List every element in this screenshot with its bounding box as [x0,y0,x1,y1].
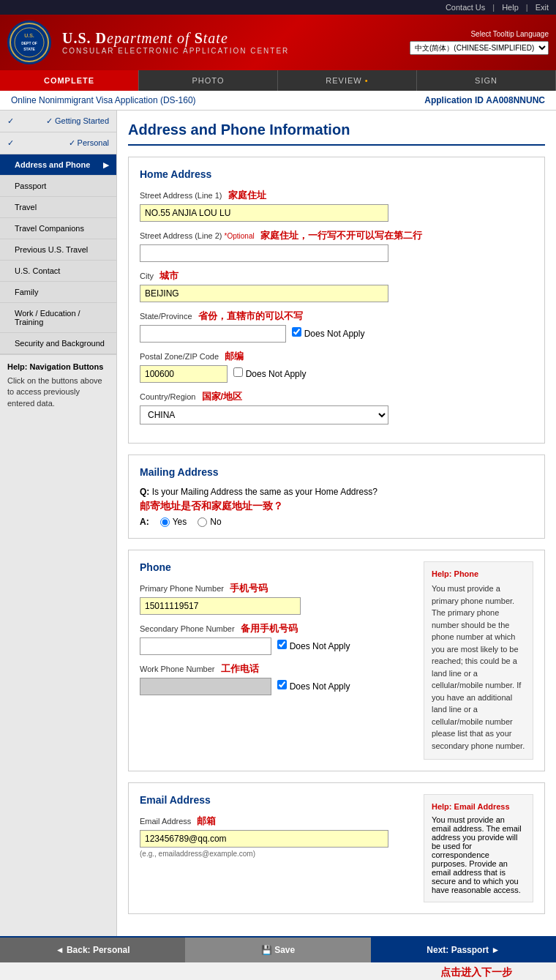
secondary-phone-label: Secondary Phone Number 备用手机号码 [140,622,413,635]
zip-label: Postal Zone/ZIP Code 邮编 [140,350,533,363]
sidebar-item-passport[interactable]: Passport [0,176,116,197]
primary-phone-label: Primary Phone Number 手机号码 [140,582,413,595]
tab-sign[interactable]: SIGN [417,70,556,91]
language-dropdown[interactable]: 中文(简体）(CHINESE-SIMPLIFIED) [410,41,549,55]
primary-phone-annotation: 手机号码 [230,583,268,594]
state-dna-checkbox[interactable] [292,327,301,337]
language-selector[interactable]: Select Tooltip Language 中文(简体）(CHINESE-S… [410,30,549,55]
secondary-phone-row: Secondary Phone Number 备用手机号码 Does Not A… [140,622,413,655]
zip-dna-checkbox[interactable] [233,367,243,377]
tab-review[interactable]: REVIEW [278,70,417,91]
country-label: Country/Region 国家/地区 [140,390,533,403]
zip-annotation: 邮编 [225,351,244,362]
email-help-text: You must provide an email address. The e… [432,815,525,894]
sidebar-item-family[interactable]: Family [0,282,116,303]
agency-logo: U.S. DEPT OF STATE [7,20,51,64]
email-main: Email Address Email Address 邮箱 (e.g., em… [140,794,413,902]
sidebar-item-getting-started[interactable]: ✓ Getting Started [0,111,116,132]
secondary-phone-input[interactable] [140,637,271,655]
agency-title: U.S. Department of State [62,30,289,47]
main-layout: ✓ Getting Started ✓ Personal Address and… [0,111,556,936]
work-phone-input[interactable] [140,678,271,695]
svg-text:STATE: STATE [23,47,35,51]
bottom-nav: ◄ Back: Personal 💾 Save Next: Passport ► [0,936,556,962]
app-id-bar: Online Nonimmigrant Visa Application (DS… [0,91,556,111]
work-phone-dna-label: Does Not Apply [290,681,350,692]
mailing-yes-radio[interactable] [160,517,170,527]
help-navigation: Help: Navigation Buttons Click on the bu… [0,354,116,416]
sidebar-item-travel[interactable]: Travel [0,197,116,218]
secondary-phone-annotation: 备用手机号码 [241,623,298,634]
state-dna-label: Does Not Apply [304,329,365,339]
phone-layout: Phone Primary Phone Number 手机号码 Secondar… [140,561,533,760]
street1-input[interactable] [140,204,388,222]
secondary-phone-dna-checkbox[interactable] [277,640,287,649]
sidebar-item-address-phone[interactable]: Address and Phone ▶ [0,154,116,176]
mailing-yes-label[interactable]: Yes [160,517,187,527]
next-annotation: 点击进入下一步 [0,962,556,980]
email-row: Email Address 邮箱 (e.g., emailaddress@exa… [140,815,413,858]
header: U.S. DEPT OF STATE U.S. Department of St… [0,15,556,70]
street2-annotation: 家庭住址，一行写不开可以写在第二行 [260,230,422,241]
mailing-question-text: Is your Mailing Address the same as your… [152,487,377,497]
email-hint: (e.g., emailaddress@example.com) [140,850,413,858]
street2-input[interactable] [140,244,388,262]
work-phone-row: Work Phone Number 工作电话 Does Not Apply [140,662,413,695]
sidebar-item-personal[interactable]: ✓ Personal [0,132,116,154]
next-button[interactable]: Next: Passport ► [371,938,556,962]
mailing-address-title: Mailing Address [140,466,533,478]
back-button[interactable]: ◄ Back: Personal [0,938,185,962]
sidebar-item-previous-us-travel[interactable]: Previous U.S. Travel [0,239,116,261]
mailing-question-row: Q: Is your Mailing Address the same as y… [140,487,533,513]
mailing-no-label[interactable]: No [198,517,221,527]
phone-help-title: Help: Phone [432,569,525,578]
country-annotation: 国家/地区 [202,391,243,402]
help-link[interactable]: Help [502,3,519,12]
phone-help-box: Help: Phone You must provide a primary p… [424,561,533,760]
email-help-box: Help: Email Address You must provide an … [424,794,533,902]
email-label: Email Address 邮箱 [140,815,413,828]
help-nav-text: Click on the buttons above to access pre… [7,375,109,409]
sidebar-item-travel-companions[interactable]: Travel Companions [0,218,116,239]
zip-dna-label: Does Not Apply [246,369,307,379]
tab-photo[interactable]: PHOTO [139,70,278,91]
header-text: U.S. Department of State CONSULAR ELECTR… [62,30,289,55]
sidebar-item-us-contact[interactable]: U.S. Contact [0,261,116,282]
email-input[interactable] [140,830,388,848]
home-address-section: Home Address Street Address (Line 1) 家庭住… [128,157,545,444]
zip-input[interactable] [140,365,228,383]
city-row: City 城市 [140,269,533,302]
state-input[interactable] [140,325,286,343]
country-select[interactable]: CHINA [140,405,388,424]
svg-text:U.S.: U.S. [24,33,34,38]
city-input[interactable] [140,285,388,302]
street1-label: Street Address (Line 1) 家庭住址 [140,189,533,202]
state-label: State/Province 省份，直辖市的可以不写 [140,310,533,323]
mailing-no-radio[interactable] [198,517,207,527]
primary-phone-input[interactable] [140,597,301,615]
street2-row: Street Address (Line 2) *Optional 家庭住址，一… [140,229,533,262]
street2-label: Street Address (Line 2) *Optional 家庭住址，一… [140,229,533,242]
state-row: State/Province 省份，直辖市的可以不写 Does Not Appl… [140,310,533,343]
help-nav-title: Help: Navigation Buttons [7,362,109,371]
country-row: Country/Region 国家/地区 CHINA [140,390,533,424]
sidebar: ✓ Getting Started ✓ Personal Address and… [0,111,117,936]
phone-title: Phone [140,561,413,573]
work-phone-dna-checkbox[interactable] [277,680,287,689]
mailing-address-section: Mailing Address Q: Is your Mailing Addre… [128,455,545,539]
zip-row: Postal Zone/ZIP Code 邮编 Does Not Apply [140,350,533,383]
street1-row: Street Address (Line 1) 家庭住址 [140,189,533,222]
mailing-question-cn: 邮寄地址是否和家庭地址一致？ [140,500,533,513]
state-annotation: 省份，直辖市的可以不写 [198,310,303,321]
app-title: Online Nonimmigrant Visa Application (DS… [11,95,196,105]
city-annotation: 城市 [159,270,179,281]
exit-link[interactable]: Exit [536,3,549,12]
sidebar-item-work-education[interactable]: Work / Education / Training [0,303,116,333]
save-button[interactable]: 💾 Save [185,938,370,962]
email-section-title: Email Address [140,794,413,806]
tab-complete[interactable]: COMPLETE [0,70,139,91]
mailing-q-label: Q: [140,487,149,497]
street1-annotation: 家庭住址 [228,190,266,201]
contact-link[interactable]: Contact Us [446,3,485,12]
sidebar-item-security[interactable]: Security and Background [0,333,116,354]
